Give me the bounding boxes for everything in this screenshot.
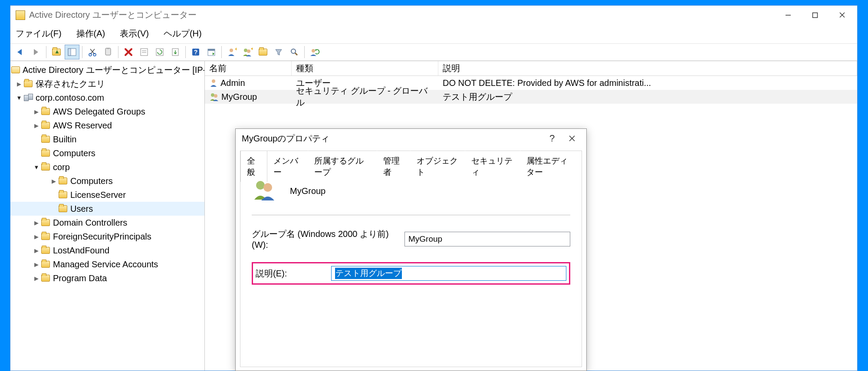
svg-rect-18 xyxy=(208,49,215,51)
cut-button[interactable] xyxy=(85,45,100,59)
description-highlight: 説明(E): テスト用グループ xyxy=(252,262,570,285)
svg-text:?: ? xyxy=(194,49,198,56)
back-button[interactable] xyxy=(13,45,28,59)
svg-point-35 xyxy=(263,183,272,192)
show-tree-button[interactable] xyxy=(65,45,79,59)
export-list-button[interactable] xyxy=(168,45,183,59)
svg-point-20 xyxy=(230,49,233,52)
filter-icon xyxy=(274,48,283,56)
user-icon xyxy=(209,79,219,87)
find-icon xyxy=(289,47,299,57)
maximize-button[interactable] xyxy=(802,7,829,24)
description-label: 説明(E): xyxy=(256,268,331,279)
tree-corp-computers[interactable]: ▶ Computers xyxy=(10,174,204,188)
svg-text:✦: ✦ xyxy=(250,47,253,51)
svg-point-29 xyxy=(212,79,215,83)
svg-point-25 xyxy=(291,49,296,53)
cell-type: セキュリティ グループ - グローバル xyxy=(292,90,438,104)
tree-domain-controllers[interactable]: ▶ Domain Controllers xyxy=(10,216,204,230)
tree-builtin[interactable]: Builtin xyxy=(10,132,204,146)
help-button[interactable]: ? xyxy=(188,45,203,59)
forward-button[interactable] xyxy=(29,45,43,59)
new-ou-icon xyxy=(259,49,267,56)
group-name-heading: MyGroup xyxy=(290,186,326,196)
window-title: Active Directory ユーザーとコンピューター xyxy=(29,9,775,21)
svg-text:✦: ✦ xyxy=(234,47,237,52)
filter-button[interactable] xyxy=(271,45,286,59)
tree-lost-and-found[interactable]: ▶ LostAndFound xyxy=(10,243,204,257)
description-input[interactable]: テスト用グループ xyxy=(331,266,566,281)
cell-name: MyGroup xyxy=(221,92,257,102)
row-prewin2000: グループ名 (Windows 2000 より前)(W): xyxy=(252,228,570,250)
tree-label: corp.contoso.com xyxy=(36,93,104,103)
prewin2000-input[interactable] xyxy=(404,232,570,246)
tree-label: AWS Delegated Groups xyxy=(53,107,145,117)
add-to-group-button[interactable] xyxy=(307,45,322,59)
tree-label: ForeignSecurityPrincipals xyxy=(53,232,151,242)
properties-button[interactable] xyxy=(137,45,151,59)
delete-button[interactable] xyxy=(121,45,136,59)
add-to-group-icon xyxy=(309,47,320,57)
new-user-button[interactable]: ✦ xyxy=(224,45,239,59)
tree-users[interactable]: Users xyxy=(10,202,204,216)
tree-domain[interactable]: ▼ corp.contoso.com xyxy=(10,91,204,105)
menu-file[interactable]: ファイル(F) xyxy=(13,26,64,41)
up-folder-button[interactable]: ▲ xyxy=(49,45,64,59)
tree-msa[interactable]: ▶ Managed Service Accounts xyxy=(10,257,204,271)
titlebar: Active Directory ユーザーとコンピューター xyxy=(10,6,857,24)
tree-pane[interactable]: Active Directory ユーザーとコンピューター [IP-C6 ▶ 保… xyxy=(10,61,205,371)
calendar-button[interactable] xyxy=(204,45,219,59)
svg-rect-5 xyxy=(68,49,71,56)
col-desc[interactable]: 説明 xyxy=(438,61,857,76)
tree-aws-reserved[interactable]: ▶ AWS Reserved xyxy=(10,118,204,132)
menu-action[interactable]: 操作(A) xyxy=(74,26,108,41)
svg-rect-10 xyxy=(141,49,148,56)
tree-corp[interactable]: ▼ corp xyxy=(10,160,204,174)
svg-point-22 xyxy=(244,49,247,52)
menu-view[interactable]: 表示(V) xyxy=(117,26,151,41)
new-group-button[interactable]: ✦ xyxy=(240,45,255,59)
svg-rect-9 xyxy=(107,48,109,49)
tree-computers[interactable]: Computers xyxy=(10,146,204,160)
cell-desc: DO NOT DELETE: Provided by AWS for admin… xyxy=(438,76,857,90)
dialog-help-button[interactable]: ? xyxy=(542,131,562,146)
tab-host: 全般 メンバー 所属するグループ 管理者 オブジェクト セキュリティ 属性エディ… xyxy=(240,151,582,367)
menu-help[interactable]: ヘルプ(H) xyxy=(161,26,204,41)
list-row-mygroup[interactable]: MyGroup セキュリティ グループ - グローバル テスト用グループ xyxy=(205,90,857,104)
tree-label: LostAndFound xyxy=(53,246,109,256)
tree-label: Builtin xyxy=(53,135,76,144)
list-header: 名前 種類 説明 xyxy=(205,61,857,76)
group-large-icon xyxy=(252,179,277,204)
copy-button[interactable] xyxy=(101,45,115,59)
col-type[interactable]: 種類 xyxy=(292,61,438,76)
close-icon xyxy=(569,135,575,142)
svg-point-31 xyxy=(214,94,217,98)
tree-saved-queries[interactable]: ▶ 保存されたクエリ xyxy=(10,77,204,91)
minimize-button[interactable] xyxy=(775,7,802,24)
tree-label: Users xyxy=(70,204,93,214)
col-name[interactable]: 名前 xyxy=(205,61,292,76)
refresh-button[interactable] xyxy=(152,45,167,59)
tree-label: Domain Controllers xyxy=(53,218,127,228)
tree-label: Program Data xyxy=(53,273,107,283)
tree-root-label: Active Directory ユーザーとコンピューター [IP-C6 xyxy=(23,64,205,76)
menubar: ファイル(F) 操作(A) 表示(V) ヘルプ(H) xyxy=(10,24,857,43)
svg-point-30 xyxy=(211,93,214,97)
new-ou-button[interactable] xyxy=(256,45,270,59)
tree-label: Managed Service Accounts xyxy=(53,259,158,269)
tree-license-server[interactable]: LicenseServer xyxy=(10,188,204,202)
find-button[interactable] xyxy=(287,45,302,59)
toolbar: ▲ ? ✦ ✦ xyxy=(10,43,857,61)
dialog-title: MyGroupのプロパティ xyxy=(242,133,542,144)
group-icon xyxy=(209,92,220,101)
close-button[interactable] xyxy=(829,7,855,24)
tree-label: corp xyxy=(53,162,70,172)
close-icon xyxy=(839,12,845,18)
tree-label: 保存されたクエリ xyxy=(36,78,105,90)
tree-fsp[interactable]: ▶ ForeignSecurityPrincipals xyxy=(10,230,204,243)
dialog-close-button[interactable] xyxy=(562,131,582,146)
svg-point-23 xyxy=(247,49,250,53)
tree-program-data[interactable]: ▶ Program Data xyxy=(10,271,204,285)
tree-aws-delegated[interactable]: ▶ AWS Delegated Groups xyxy=(10,105,204,118)
tree-root[interactable]: Active Directory ユーザーとコンピューター [IP-C6 xyxy=(10,63,204,77)
